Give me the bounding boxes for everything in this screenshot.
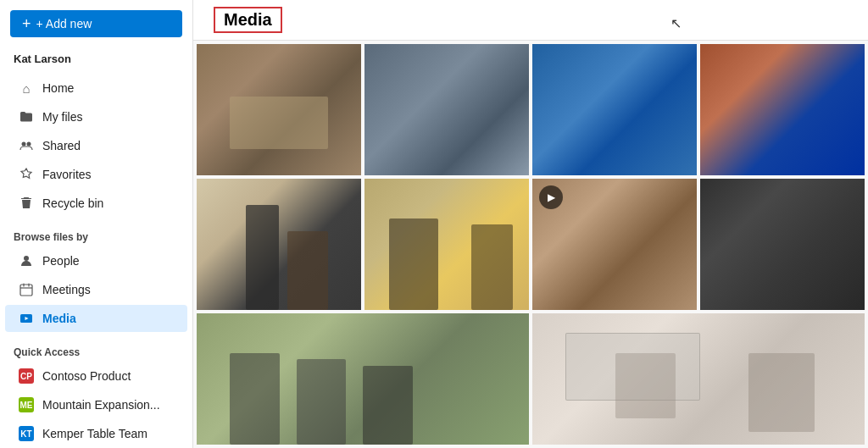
media-cell-1[interactable] [197, 44, 361, 175]
people-icon [19, 253, 34, 268]
quick-access-section-label: Quick Access [0, 336, 192, 362]
sidebar-item-meetings-label: Meetings [42, 283, 91, 296]
shared-icon [19, 138, 34, 153]
home-icon: ⌂ [19, 80, 34, 96]
sidebar-item-my-files[interactable]: My files [5, 103, 187, 130]
add-new-button[interactable]: + + Add new [10, 10, 182, 37]
plus-icon: + [22, 16, 31, 31]
media-cell-9[interactable] [197, 313, 529, 445]
sidebar-item-kemper-label: Kemper Table Team [42, 427, 147, 440]
media-cell-2[interactable] [364, 44, 529, 175]
sidebar-item-contoso-label: Contoso Product [42, 369, 131, 383]
sidebar-item-home-label: Home [42, 81, 74, 95]
sidebar: + + Add new Kat Larson ⌂ Home My files S… [0, 0, 193, 448]
svg-point-1 [27, 142, 31, 147]
sidebar-item-meetings[interactable]: Meetings [5, 276, 187, 303]
folder-icon [19, 109, 34, 124]
svg-point-0 [22, 142, 26, 147]
sidebar-item-people-label: People [42, 254, 80, 268]
kemper-table-team-icon: KT [19, 426, 34, 441]
page-header: Media ↖ [193, 0, 868, 41]
mountain-expansion-icon: ME [19, 397, 34, 412]
svg-point-2 [24, 256, 29, 261]
sidebar-item-shared[interactable]: Shared [5, 132, 187, 159]
media-cell-3[interactable] [532, 44, 697, 175]
sidebar-item-shared-label: Shared [42, 139, 81, 152]
user-name: Kat Larson [0, 51, 192, 74]
sidebar-item-my-files-label: My files [42, 110, 82, 124]
sidebar-item-home[interactable]: ⌂ Home [5, 75, 187, 102]
svg-rect-3 [20, 285, 32, 296]
add-new-label: + Add new [36, 17, 92, 30]
sidebar-item-mountain-label: Mountain Expansion... [42, 398, 160, 412]
star-icon [19, 167, 34, 182]
sidebar-item-media[interactable]: Media [5, 305, 187, 332]
sidebar-item-contoso-product[interactable]: CP Contoso Product [5, 362, 187, 390]
trash-icon [19, 196, 34, 211]
media-cell-5[interactable] [197, 179, 361, 310]
media-cell-10[interactable] [532, 313, 865, 445]
sidebar-item-kemper-table-team[interactable]: KT Kemper Table Team [5, 420, 187, 447]
cursor-icon: ↖ [670, 15, 682, 31]
media-cell-8[interactable] [700, 179, 865, 310]
page-title: Media [214, 7, 282, 33]
sidebar-item-favorites[interactable]: Favorites [5, 161, 187, 188]
media-cell-4[interactable] [700, 44, 865, 175]
sidebar-item-people[interactable]: People [5, 247, 187, 274]
sidebar-item-mountain-expansion[interactable]: ME Mountain Expansion... [5, 391, 187, 418]
main-content: Media ↖ ▶ [193, 0, 868, 448]
media-cell-7[interactable]: ▶ [532, 179, 697, 310]
browse-section-label: Browse files by [0, 221, 192, 246]
play-button[interactable]: ▶ [539, 185, 563, 209]
sidebar-item-favorites-label: Favorites [42, 168, 92, 181]
contoso-product-icon: CP [19, 368, 34, 384]
calendar-icon [19, 282, 34, 297]
media-icon [19, 311, 34, 326]
sidebar-item-media-label: Media [42, 312, 76, 325]
media-grid: ▶ [193, 41, 868, 448]
sidebar-item-recycle-bin[interactable]: Recycle bin [5, 190, 187, 217]
media-cell-6[interactable] [364, 179, 529, 310]
sidebar-item-recycle-bin-label: Recycle bin [42, 196, 103, 210]
